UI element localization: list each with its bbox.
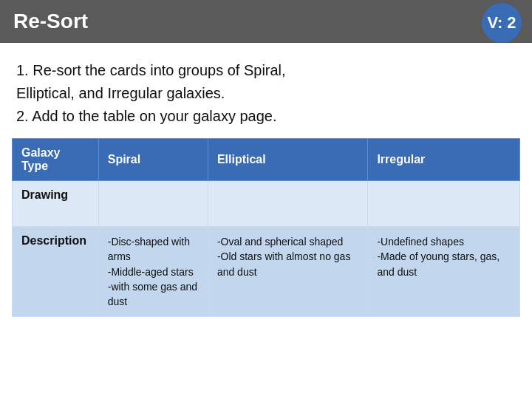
row-label-drawing: Drawing xyxy=(13,181,99,227)
description-spiral: -Disc-shaped with arms -Middle-aged star… xyxy=(98,227,208,317)
table-wrapper: Galaxy Type Spiral Elliptical Irregular … xyxy=(0,138,532,329)
description-irregular: -Undefined shapes -Made of young stars, … xyxy=(368,227,520,317)
version-badge: V: 2 xyxy=(482,3,522,43)
instruction-line-1: 1. Re-sort the cards into groups of Spir… xyxy=(16,59,516,82)
col-header-spiral: Spiral xyxy=(98,139,208,181)
header: Re-Sort V: 2 xyxy=(0,0,532,43)
table-row-drawing: Drawing xyxy=(13,181,520,227)
col-header-galaxy-type: Galaxy Type xyxy=(13,139,99,181)
drawing-spiral xyxy=(98,181,208,227)
description-spiral-text: -Disc-shaped with arms -Middle-aged star… xyxy=(108,236,197,307)
description-irregular-text: -Undefined shapes -Made of young stars, … xyxy=(377,236,499,278)
drawing-irregular xyxy=(368,181,520,227)
drawing-elliptical xyxy=(208,181,368,227)
row-label-description: Description xyxy=(13,227,99,317)
galaxy-table: Galaxy Type Spiral Elliptical Irregular … xyxy=(12,138,520,317)
table-header-row: Galaxy Type Spiral Elliptical Irregular xyxy=(13,139,520,181)
instructions: 1. Re-sort the cards into groups of Spir… xyxy=(0,43,532,138)
description-elliptical: -Oval and spherical shaped -Old stars wi… xyxy=(208,227,368,317)
instruction-line-3: 2. Add to the table on your galaxy page. xyxy=(16,105,516,128)
page: Re-Sort V: 2 1. Re-sort the cards into g… xyxy=(0,0,532,399)
page-title: Re-Sort xyxy=(13,10,88,33)
instruction-line-2: Elliptical, and Irregular galaxies. xyxy=(16,82,516,105)
col-header-elliptical: Elliptical xyxy=(208,139,368,181)
description-elliptical-text: -Oval and spherical shaped -Old stars wi… xyxy=(217,236,351,278)
col-header-irregular: Irregular xyxy=(368,139,520,181)
table-row-description: Description -Disc-shaped with arms -Midd… xyxy=(13,227,520,317)
